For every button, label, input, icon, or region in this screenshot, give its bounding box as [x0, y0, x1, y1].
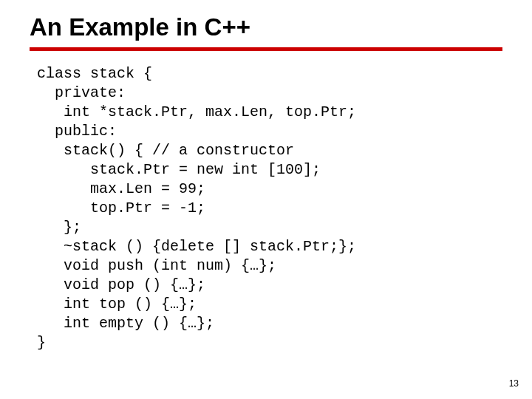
page-number: 13 — [509, 378, 519, 389]
code-line: max.Len = 99; — [37, 180, 205, 197]
code-block: class stack { private: int *stack.Ptr, m… — [37, 64, 502, 352]
code-line: }; — [37, 219, 81, 236]
code-line: void pop () {…}; — [37, 276, 205, 293]
title-underline — [30, 47, 502, 51]
code-line: ~stack () {delete [] stack.Ptr;}; — [37, 238, 356, 255]
code-line: void push (int num) {…}; — [37, 257, 276, 274]
code-line: private: — [37, 84, 126, 101]
code-line: } — [37, 334, 46, 351]
code-line: stack.Ptr = new int [100]; — [37, 161, 321, 178]
code-line: int empty () {…}; — [37, 315, 214, 332]
slide-title: An Example in C++ — [30, 13, 502, 41]
code-line: int top () {…}; — [37, 296, 197, 313]
code-line: public: — [37, 123, 117, 140]
slide: An Example in C++ class stack { private:… — [0, 0, 532, 399]
code-line: top.Ptr = -1; — [37, 200, 205, 216]
code-line: int *stack.Ptr, max.Len, top.Ptr; — [37, 103, 356, 120]
code-line: stack() { // a constructor — [37, 142, 294, 159]
code-line: class stack { — [37, 65, 152, 82]
